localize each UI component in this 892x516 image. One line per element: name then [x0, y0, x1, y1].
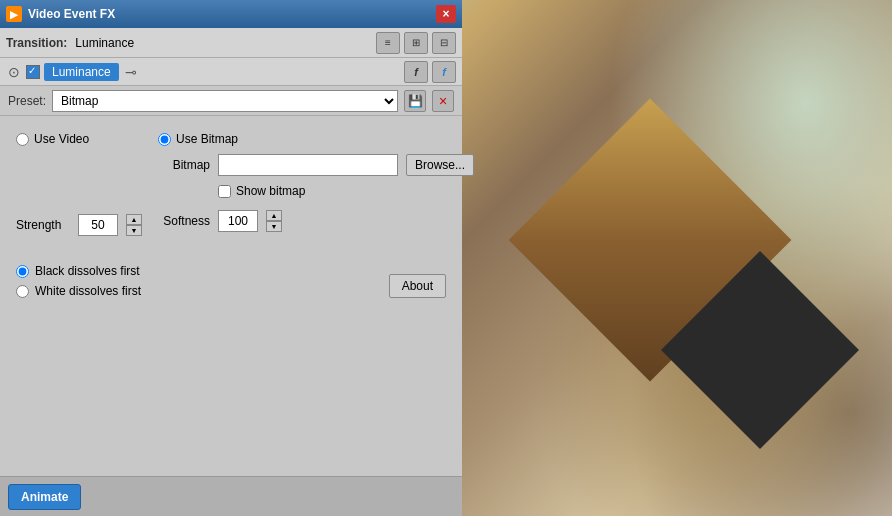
softness-input[interactable]: [218, 210, 258, 232]
fx-name-label: Luminance: [44, 63, 119, 81]
bitmap-row: Bitmap Browse...: [158, 154, 474, 176]
bottom-bar: Animate: [0, 476, 462, 516]
about-button[interactable]: About: [389, 274, 446, 298]
fx-toggle-icon: ⊙: [6, 64, 22, 80]
shapes-overlay: [470, 100, 850, 480]
black-dissolves-text: Black dissolves first: [35, 264, 140, 278]
close-button[interactable]: ×: [436, 5, 456, 23]
title-bar: ▶ Video Event FX ×: [0, 0, 462, 28]
fx-enable-checkbox[interactable]: [26, 65, 40, 79]
use-bitmap-radio[interactable]: [158, 133, 171, 146]
white-dissolves-radio[interactable]: [16, 285, 29, 298]
use-video-radio-label[interactable]: Use Video: [16, 132, 142, 146]
black-dissolves-radio[interactable]: [16, 265, 29, 278]
show-bitmap-label: Show bitmap: [236, 184, 305, 198]
toolbar: Transition: Luminance ≡ ⊞ ⊟: [0, 28, 462, 58]
browse-button[interactable]: Browse...: [406, 154, 474, 176]
use-bitmap-radio-label[interactable]: Use Bitmap: [158, 132, 474, 146]
strength-row: Strength ▲ ▼: [16, 214, 142, 236]
window-title: Video Event FX: [28, 7, 436, 21]
dissolve-section: Black dissolves first White dissolves fi…: [16, 264, 141, 298]
main-panel: ▶ Video Event FX × Transition: Luminance…: [0, 0, 462, 516]
transition-label: Transition:: [6, 36, 67, 50]
preset-save-button[interactable]: 💾: [404, 90, 426, 112]
dissolve-about-row: Black dissolves first White dissolves fi…: [16, 256, 446, 298]
transition-value: Luminance: [75, 36, 372, 50]
white-dissolves-label[interactable]: White dissolves first: [16, 284, 141, 298]
use-bitmap-text: Use Bitmap: [176, 132, 238, 146]
strength-input[interactable]: [78, 214, 118, 236]
main-content: Use Video Strength ▲ ▼ Use Bitmap: [0, 116, 462, 476]
preset-label: Preset:: [8, 94, 46, 108]
use-video-text: Use Video: [34, 132, 89, 146]
left-column: Use Video Strength ▲ ▼: [16, 132, 142, 236]
softness-label: Softness: [158, 214, 210, 228]
bitmap-label: Bitmap: [158, 158, 210, 172]
strength-up-button[interactable]: ▲: [126, 214, 142, 225]
white-dissolves-text: White dissolves first: [35, 284, 141, 298]
content-grid: Use Video Strength ▲ ▼ Use Bitmap: [16, 132, 446, 236]
softness-row: Softness ▲ ▼: [158, 210, 474, 232]
preset-row: Preset: Bitmap 💾 ×: [0, 86, 462, 116]
effect-row: ⊙ Luminance ⊸ f f: [0, 58, 462, 86]
fx-btn-2[interactable]: f: [432, 61, 456, 83]
preset-delete-button[interactable]: ×: [432, 90, 454, 112]
bitmap-input[interactable]: [218, 154, 398, 176]
app-icon: ▶: [6, 6, 22, 22]
fx-btn-1[interactable]: f: [404, 61, 428, 83]
fx-chain-icon: ⊸: [123, 64, 139, 80]
show-bitmap-checkbox[interactable]: [218, 185, 231, 198]
strength-spinner: ▲ ▼: [126, 214, 142, 236]
softness-up-button[interactable]: ▲: [266, 210, 282, 221]
toolbar-btn-grid[interactable]: ⊞: [404, 32, 428, 54]
animate-button[interactable]: Animate: [8, 484, 81, 510]
black-dissolves-label[interactable]: Black dissolves first: [16, 264, 141, 278]
softness-down-button[interactable]: ▼: [266, 221, 282, 232]
show-bitmap-row: Show bitmap: [218, 184, 474, 198]
strength-label: Strength: [16, 218, 70, 232]
preset-select[interactable]: Bitmap: [52, 90, 398, 112]
softness-spinner: ▲ ▼: [266, 210, 282, 232]
use-video-radio[interactable]: [16, 133, 29, 146]
toolbar-btn-list[interactable]: ≡: [376, 32, 400, 54]
strength-down-button[interactable]: ▼: [126, 225, 142, 236]
right-column: Use Bitmap Bitmap Browse... Show bitmap …: [158, 132, 474, 236]
toolbar-btn-collapse[interactable]: ⊟: [432, 32, 456, 54]
